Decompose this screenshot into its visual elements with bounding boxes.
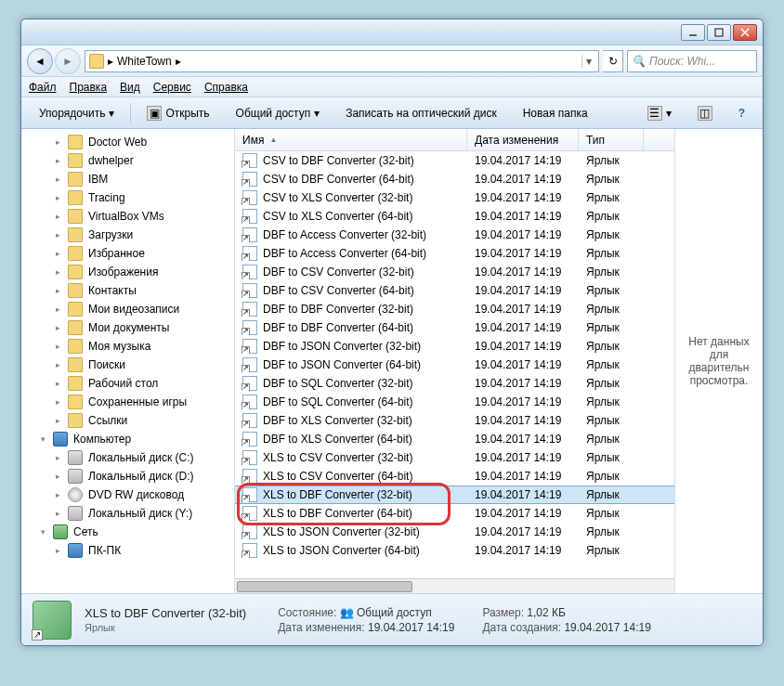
expand-icon[interactable]: ▸ bbox=[53, 323, 62, 332]
preview-pane-button[interactable]: ◫ bbox=[687, 101, 723, 125]
tree-item[interactable]: ▸Мои документы bbox=[21, 318, 234, 337]
menu-edit[interactable]: Правка bbox=[70, 81, 108, 94]
tree-item[interactable]: ▾Сеть bbox=[21, 523, 234, 541]
expand-icon[interactable]: ▸ bbox=[53, 546, 62, 555]
tree-item[interactable]: ▸Локальный диск (Y:) bbox=[21, 504, 234, 523]
file-row[interactable]: XLS to JSON Converter (64-bit)19.04.2017… bbox=[235, 541, 674, 560]
expand-icon[interactable]: ▸ bbox=[53, 304, 62, 314]
tree-item[interactable]: ▸Ссылки bbox=[21, 411, 234, 430]
scrollbar-thumb[interactable] bbox=[237, 581, 412, 592]
file-row[interactable]: DBF to SQL Converter (32-bit)19.04.2017 … bbox=[235, 374, 674, 393]
expand-icon[interactable]: ▸ bbox=[53, 156, 62, 165]
organize-button[interactable]: Упорядочить ▾ bbox=[29, 102, 124, 124]
burn-button[interactable]: Записать на оптический диск bbox=[335, 102, 507, 124]
column-name[interactable]: Имя▲ bbox=[235, 129, 467, 150]
tree-item[interactable]: ▸Сохраненные игры bbox=[21, 393, 234, 411]
file-row[interactable]: DBF to SQL Converter (64-bit)19.04.2017 … bbox=[235, 393, 674, 411]
menu-view[interactable]: Вид bbox=[120, 81, 140, 94]
file-row[interactable]: DBF to JSON Converter (32-bit)19.04.2017… bbox=[235, 337, 674, 356]
expand-icon[interactable]: ▸ bbox=[53, 360, 62, 369]
forward-button[interactable]: ► bbox=[55, 48, 81, 74]
maximize-button[interactable] bbox=[707, 24, 731, 41]
tree-item[interactable]: ▸Поиски bbox=[21, 356, 234, 374]
search-input[interactable]: 🔍 Поиск: Whi... bbox=[627, 50, 757, 72]
expand-icon[interactable]: ▸ bbox=[53, 212, 62, 221]
status-bar: XLS to DBF Converter (32-bit) Ярлык Сост… bbox=[21, 593, 763, 645]
tree-item[interactable]: ▸Рабочий стол bbox=[21, 374, 234, 393]
file-row[interactable]: XLS to DBF Converter (32-bit)19.04.2017 … bbox=[235, 485, 674, 504]
back-button[interactable]: ◄ bbox=[27, 48, 53, 74]
tree-item[interactable]: ▸Tracing bbox=[21, 188, 234, 207]
tree-item[interactable]: ▸Мои видеозаписи bbox=[21, 300, 234, 318]
expand-icon[interactable]: ▸ bbox=[53, 175, 62, 184]
close-button[interactable] bbox=[733, 24, 757, 41]
expand-icon[interactable]: ▸ bbox=[53, 230, 62, 239]
share-button[interactable]: Общий доступ ▾ bbox=[226, 102, 331, 124]
file-rows[interactable]: CSV to DBF Converter (32-bit)19.04.2017 … bbox=[235, 151, 674, 578]
file-row[interactable]: DBF to Access Converter (64-bit)19.04.20… bbox=[235, 244, 674, 263]
expand-icon[interactable]: ▸ bbox=[53, 472, 62, 481]
file-row[interactable]: XLS to JSON Converter (32-bit)19.04.2017… bbox=[235, 523, 674, 541]
tree-item[interactable]: ▸ПК-ПК bbox=[21, 541, 234, 560]
file-row[interactable]: DBF to JSON Converter (64-bit)19.04.2017… bbox=[235, 356, 674, 374]
menu-file[interactable]: Файл bbox=[29, 81, 57, 94]
file-row[interactable]: CSV to XLS Converter (32-bit)19.04.2017 … bbox=[235, 188, 674, 207]
expand-icon[interactable]: ▾ bbox=[38, 527, 47, 537]
file-row[interactable]: DBF to XLS Converter (32-bit)19.04.2017 … bbox=[235, 411, 674, 430]
expand-icon[interactable]: ▸ bbox=[53, 397, 62, 407]
tree-item[interactable]: ▸Избранное bbox=[21, 244, 234, 263]
expand-icon[interactable]: ▸ bbox=[53, 286, 62, 295]
file-row[interactable]: DBF to DBF Converter (32-bit)19.04.2017 … bbox=[235, 300, 674, 318]
view-mode-button[interactable]: ☰▾ bbox=[637, 101, 682, 125]
expand-icon[interactable]: ▸ bbox=[53, 509, 62, 518]
file-row[interactable]: DBF to CSV Converter (32-bit)19.04.2017 … bbox=[235, 263, 674, 281]
tree-item[interactable]: ▸Моя музыка bbox=[21, 337, 234, 356]
file-row[interactable]: DBF to DBF Converter (64-bit)19.04.2017 … bbox=[235, 318, 674, 337]
menu-tools[interactable]: Сервис bbox=[153, 81, 191, 94]
tree-item[interactable]: ▸IBM bbox=[21, 170, 234, 188]
expand-icon[interactable]: ▸ bbox=[53, 490, 62, 499]
file-row[interactable]: DBF to Access Converter (32-bit)19.04.20… bbox=[235, 226, 674, 244]
help-button[interactable]: ? bbox=[728, 102, 755, 124]
tree-item[interactable]: ▸VirtualBox VMs bbox=[21, 207, 234, 226]
expand-icon[interactable]: ▸ bbox=[53, 137, 62, 147]
file-row[interactable]: DBF to CSV Converter (64-bit)19.04.2017 … bbox=[235, 281, 674, 300]
horizontal-scrollbar[interactable] bbox=[235, 578, 674, 593]
tree-item[interactable]: ▸DVD RW дисковод bbox=[21, 485, 234, 504]
tree-item[interactable]: ▸Загрузки bbox=[21, 226, 234, 244]
file-row[interactable]: CSV to DBF Converter (32-bit)19.04.2017 … bbox=[235, 151, 674, 170]
expand-icon[interactable]: ▾ bbox=[38, 434, 47, 444]
file-row[interactable]: XLS to CSV Converter (64-bit)19.04.2017 … bbox=[235, 467, 674, 485]
file-row[interactable]: DBF to XLS Converter (64-bit)19.04.2017 … bbox=[235, 430, 674, 448]
title-bar[interactable] bbox=[21, 19, 763, 45]
column-type[interactable]: Тип bbox=[579, 129, 644, 150]
expand-icon[interactable]: ▸ bbox=[53, 267, 62, 277]
tree-item[interactable]: ▸dwhelper bbox=[21, 151, 234, 170]
minimize-button[interactable] bbox=[681, 24, 705, 41]
file-row[interactable]: XLS to CSV Converter (32-bit)19.04.2017 … bbox=[235, 448, 674, 467]
tree-item[interactable]: ▾Компьютер bbox=[21, 430, 234, 448]
file-type: Ярлык bbox=[579, 358, 644, 371]
tree-item[interactable]: ▸Контакты bbox=[21, 281, 234, 300]
folder-tree[interactable]: ▸Doctor Web▸dwhelper▸IBM▸Tracing▸Virtual… bbox=[21, 129, 235, 593]
address-dropdown-icon[interactable]: ▾ bbox=[581, 55, 595, 68]
tree-item[interactable]: ▸Изображения bbox=[21, 263, 234, 281]
expand-icon[interactable]: ▸ bbox=[53, 342, 62, 351]
refresh-button[interactable]: ↻ bbox=[603, 50, 623, 72]
file-row[interactable]: CSV to DBF Converter (64-bit)19.04.2017 … bbox=[235, 170, 674, 188]
tree-item[interactable]: ▸Локальный диск (C:) bbox=[21, 448, 234, 467]
expand-icon[interactable]: ▸ bbox=[53, 249, 62, 258]
expand-icon[interactable]: ▸ bbox=[53, 453, 62, 462]
tree-item[interactable]: ▸Локальный диск (D:) bbox=[21, 467, 234, 485]
address-bar[interactable]: ▸ WhiteTown ▸ ▾ bbox=[85, 50, 599, 72]
file-row[interactable]: CSV to XLS Converter (64-bit)19.04.2017 … bbox=[235, 207, 674, 226]
menu-help[interactable]: Справка bbox=[204, 81, 248, 94]
open-button[interactable]: ▣Открыть bbox=[137, 101, 219, 125]
expand-icon[interactable]: ▸ bbox=[53, 379, 62, 388]
file-row[interactable]: XLS to DBF Converter (64-bit)19.04.2017 … bbox=[235, 504, 674, 523]
new-folder-button[interactable]: Новая папка bbox=[513, 102, 598, 124]
tree-item[interactable]: ▸Doctor Web bbox=[21, 133, 234, 151]
expand-icon[interactable]: ▸ bbox=[53, 416, 62, 425]
expand-icon[interactable]: ▸ bbox=[53, 193, 62, 202]
column-date[interactable]: Дата изменения bbox=[467, 129, 579, 150]
